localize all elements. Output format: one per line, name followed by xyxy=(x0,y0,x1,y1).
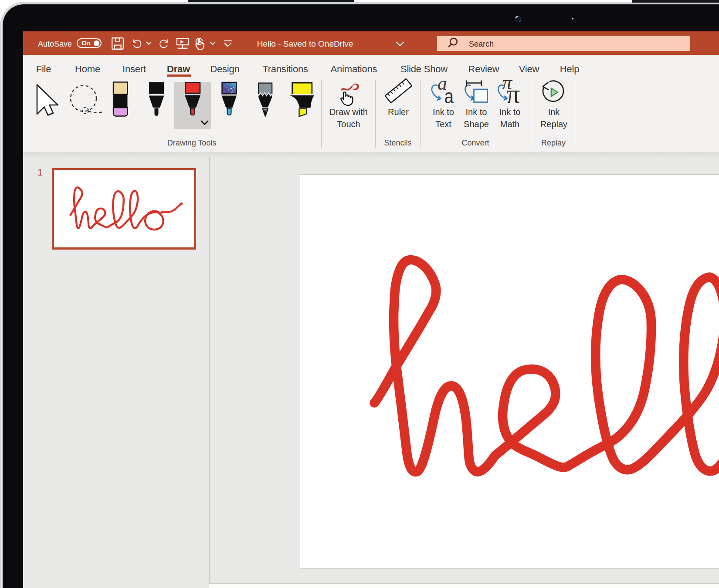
svg-text:π: π xyxy=(506,79,520,108)
svg-text:a: a xyxy=(444,84,454,107)
